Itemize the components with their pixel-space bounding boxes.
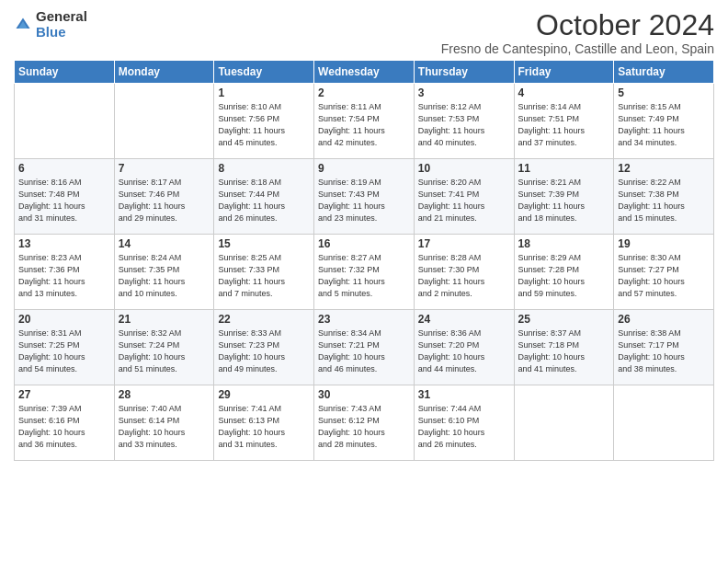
day-detail: Sunrise: 8:16 AM Sunset: 7:48 PM Dayligh… [18,177,110,224]
day-detail: Sunrise: 8:14 AM Sunset: 7:51 PM Dayligh… [518,101,610,149]
col-wednesday: Wednesday [314,61,415,84]
calendar-week-2: 6Sunrise: 8:16 AM Sunset: 7:48 PM Daylig… [15,159,714,235]
day-number: 24 [418,313,510,326]
calendar-cell: 21Sunrise: 8:32 AM Sunset: 7:24 PM Dayli… [114,310,214,385]
day-number: 29 [218,388,310,401]
calendar-cell: 27Sunrise: 7:39 AM Sunset: 6:16 PM Dayli… [15,385,115,461]
day-number: 5 [618,86,710,99]
day-number: 9 [318,162,410,175]
main-title: October 2024 [441,9,714,41]
logo-general: General [36,9,87,25]
day-number: 12 [618,162,710,175]
day-number: 10 [418,162,510,175]
calendar-cell [514,385,614,461]
day-number: 26 [618,313,710,326]
day-detail: Sunrise: 8:37 AM Sunset: 7:18 PM Dayligh… [518,327,610,375]
calendar-cell: 26Sunrise: 8:38 AM Sunset: 7:17 PM Dayli… [614,310,714,385]
col-tuesday: Tuesday [214,61,314,84]
calendar-cell: 28Sunrise: 7:40 AM Sunset: 6:14 PM Dayli… [114,385,214,461]
day-detail: Sunrise: 8:33 AM Sunset: 7:23 PM Dayligh… [218,327,310,375]
day-detail: Sunrise: 8:21 AM Sunset: 7:39 PM Dayligh… [518,177,610,224]
day-number: 3 [418,86,510,99]
day-detail: Sunrise: 8:38 AM Sunset: 7:17 PM Dayligh… [618,327,710,375]
day-number: 8 [218,162,310,175]
calendar-cell: 9Sunrise: 8:19 AM Sunset: 7:43 PM Daylig… [314,159,415,235]
day-detail: Sunrise: 8:11 AM Sunset: 7:54 PM Dayligh… [318,101,410,149]
calendar-cell: 24Sunrise: 8:36 AM Sunset: 7:20 PM Dayli… [414,310,514,385]
day-detail: Sunrise: 8:36 AM Sunset: 7:20 PM Dayligh… [418,327,510,375]
calendar: Sunday Monday Tuesday Wednesday Thursday… [14,60,714,461]
calendar-cell: 8Sunrise: 8:18 AM Sunset: 7:44 PM Daylig… [214,159,314,235]
calendar-cell: 16Sunrise: 8:27 AM Sunset: 7:32 PM Dayli… [314,235,415,310]
day-detail: Sunrise: 8:15 AM Sunset: 7:49 PM Dayligh… [618,101,710,149]
day-number: 28 [119,388,210,401]
calendar-week-4: 20Sunrise: 8:31 AM Sunset: 7:25 PM Dayli… [15,310,714,385]
day-number: 6 [18,162,110,175]
day-number: 7 [119,162,210,175]
calendar-cell: 30Sunrise: 7:43 AM Sunset: 6:12 PM Dayli… [314,385,415,461]
day-number: 14 [119,237,210,250]
day-number: 2 [318,86,410,99]
title-block: October 2024 Fresno de Cantespino, Casti… [441,9,714,56]
day-detail: Sunrise: 7:39 AM Sunset: 6:16 PM Dayligh… [18,403,110,451]
calendar-cell: 19Sunrise: 8:30 AM Sunset: 7:27 PM Dayli… [614,235,714,310]
calendar-cell: 29Sunrise: 7:41 AM Sunset: 6:13 PM Dayli… [214,385,314,461]
calendar-cell: 3Sunrise: 8:12 AM Sunset: 7:53 PM Daylig… [414,84,514,159]
day-detail: Sunrise: 8:27 AM Sunset: 7:32 PM Dayligh… [318,252,410,300]
calendar-cell: 12Sunrise: 8:22 AM Sunset: 7:38 PM Dayli… [614,159,714,235]
logo-text: General Blue [36,9,87,40]
logo: General Blue [14,9,87,40]
day-detail: Sunrise: 8:28 AM Sunset: 7:30 PM Dayligh… [418,252,510,300]
calendar-cell: 20Sunrise: 8:31 AM Sunset: 7:25 PM Dayli… [15,310,115,385]
day-number: 19 [618,237,710,250]
day-number: 30 [318,388,410,401]
day-number: 23 [318,313,410,326]
calendar-cell: 7Sunrise: 8:17 AM Sunset: 7:46 PM Daylig… [114,159,214,235]
day-number: 17 [418,237,510,250]
day-number: 25 [518,313,610,326]
day-number: 22 [218,313,310,326]
calendar-week-1: 1Sunrise: 8:10 AM Sunset: 7:56 PM Daylig… [15,84,714,159]
calendar-cell: 11Sunrise: 8:21 AM Sunset: 7:39 PM Dayli… [514,159,614,235]
day-detail: Sunrise: 8:29 AM Sunset: 7:28 PM Dayligh… [518,252,610,300]
calendar-cell: 22Sunrise: 8:33 AM Sunset: 7:23 PM Dayli… [214,310,314,385]
day-detail: Sunrise: 7:44 AM Sunset: 6:10 PM Dayligh… [418,403,510,451]
calendar-cell [114,84,214,159]
logo-blue: Blue [36,25,87,40]
calendar-cell: 4Sunrise: 8:14 AM Sunset: 7:51 PM Daylig… [514,84,614,159]
day-number: 18 [518,237,610,250]
day-detail: Sunrise: 8:23 AM Sunset: 7:36 PM Dayligh… [18,252,110,300]
day-detail: Sunrise: 7:43 AM Sunset: 6:12 PM Dayligh… [318,403,410,451]
day-detail: Sunrise: 8:32 AM Sunset: 7:24 PM Dayligh… [119,327,210,375]
day-number: 27 [18,388,110,401]
day-detail: Sunrise: 8:25 AM Sunset: 7:33 PM Dayligh… [218,252,310,300]
day-number: 1 [218,86,310,99]
calendar-cell [614,385,714,461]
calendar-cell: 14Sunrise: 8:24 AM Sunset: 7:35 PM Dayli… [114,235,214,310]
calendar-cell: 25Sunrise: 8:37 AM Sunset: 7:18 PM Dayli… [514,310,614,385]
day-number: 4 [518,86,610,99]
day-detail: Sunrise: 8:20 AM Sunset: 7:41 PM Dayligh… [418,177,510,224]
col-thursday: Thursday [414,61,514,84]
page: General Blue October 2024 Fresno de Cant… [0,0,728,563]
day-number: 20 [18,313,110,326]
day-detail: Sunrise: 7:41 AM Sunset: 6:13 PM Dayligh… [218,403,310,451]
day-detail: Sunrise: 8:24 AM Sunset: 7:35 PM Dayligh… [119,252,210,300]
day-detail: Sunrise: 8:10 AM Sunset: 7:56 PM Dayligh… [218,101,310,149]
calendar-header-row: Sunday Monday Tuesday Wednesday Thursday… [15,61,714,84]
day-detail: Sunrise: 8:12 AM Sunset: 7:53 PM Dayligh… [418,101,510,149]
day-detail: Sunrise: 7:40 AM Sunset: 6:14 PM Dayligh… [119,403,210,451]
calendar-cell: 1Sunrise: 8:10 AM Sunset: 7:56 PM Daylig… [214,84,314,159]
day-number: 13 [18,237,110,250]
day-detail: Sunrise: 8:30 AM Sunset: 7:27 PM Dayligh… [618,252,710,300]
day-detail: Sunrise: 8:31 AM Sunset: 7:25 PM Dayligh… [18,327,110,375]
day-detail: Sunrise: 8:34 AM Sunset: 7:21 PM Dayligh… [318,327,410,375]
day-detail: Sunrise: 8:17 AM Sunset: 7:46 PM Dayligh… [119,177,210,224]
col-saturday: Saturday [614,61,714,84]
day-number: 21 [119,313,210,326]
calendar-cell: 15Sunrise: 8:25 AM Sunset: 7:33 PM Dayli… [214,235,314,310]
calendar-cell: 13Sunrise: 8:23 AM Sunset: 7:36 PM Dayli… [15,235,115,310]
logo-icon [14,16,32,34]
day-number: 15 [218,237,310,250]
day-detail: Sunrise: 8:22 AM Sunset: 7:38 PM Dayligh… [618,177,710,224]
